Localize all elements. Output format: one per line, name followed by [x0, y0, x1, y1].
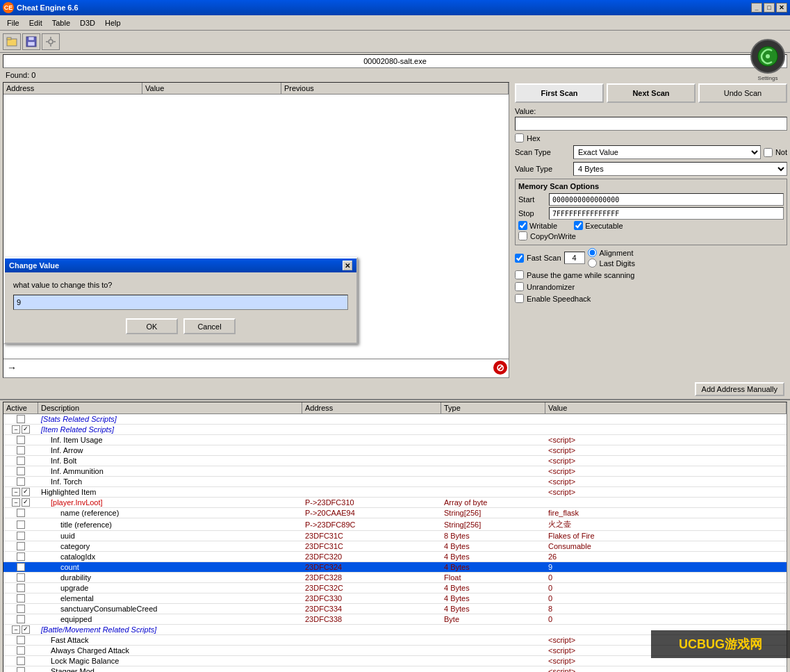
dialog-prompt: what value to change this to? — [13, 281, 348, 289]
dialog-body: what value to change this to? OK Cancel — [5, 272, 356, 343]
change-value-dialog: Change Value ✕ what value to change this… — [3, 257, 358, 344]
dialog-value-input[interactable] — [13, 295, 348, 310]
dialog-close-button[interactable]: ✕ — [343, 261, 352, 270]
dialog-ok-button[interactable]: OK — [126, 318, 178, 334]
dialog-cancel-button[interactable]: Cancel — [183, 318, 236, 334]
dialog-overlay: Change Value ✕ what value to change this… — [0, 0, 790, 672]
dialog-title-bar: Change Value ✕ — [5, 259, 356, 272]
dialog-title-text: Change Value — [9, 261, 59, 270]
dialog-buttons: OK Cancel — [13, 318, 348, 334]
